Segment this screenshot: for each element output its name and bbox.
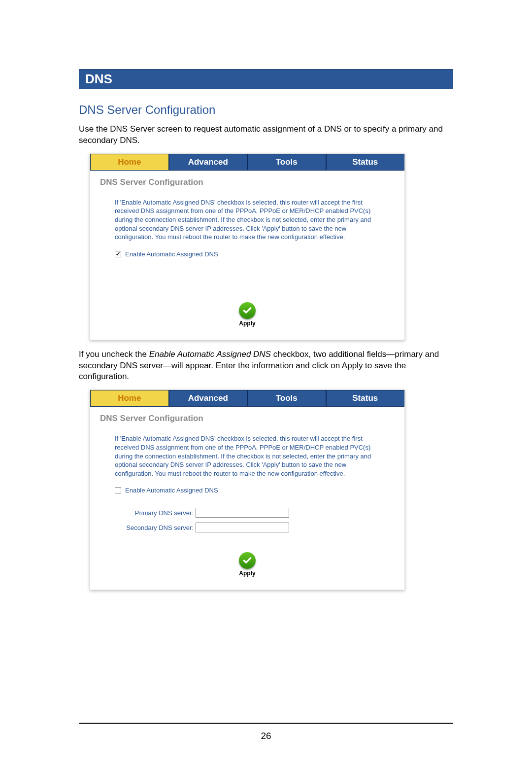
intro-text: Use the DNS Server screen to request aut… xyxy=(79,124,453,146)
tab-home[interactable]: Home xyxy=(90,154,169,171)
panel-description: If 'Enable Automatic Assigned DNS' check… xyxy=(90,189,404,242)
tab-home[interactable]: Home xyxy=(90,390,169,407)
primary-dns-input[interactable] xyxy=(196,508,289,518)
apply-button[interactable]: Apply xyxy=(239,302,256,327)
tab-status[interactable]: Status xyxy=(326,154,405,171)
enable-auto-dns-label: Enable Automatic Assigned DNS xyxy=(125,250,218,258)
checkbox-row: ✔ Enable Automatic Assigned DNS xyxy=(90,242,404,258)
dns-panel-checked: Home Advanced Tools Status DNS Server Co… xyxy=(90,153,405,340)
page-number: 26 xyxy=(0,731,532,741)
tab-bar: Home Advanced Tools Status xyxy=(90,154,404,171)
tab-advanced[interactable]: Advanced xyxy=(169,390,248,407)
mid-text: If you uncheck the Enable Automatic Assi… xyxy=(79,349,453,383)
apply-button[interactable]: Apply xyxy=(239,552,256,577)
enable-auto-dns-checkbox[interactable] xyxy=(115,487,121,493)
tab-bar: Home Advanced Tools Status xyxy=(90,390,404,407)
tab-tools[interactable]: Tools xyxy=(247,154,326,171)
panel-description: If 'Enable Automatic Assigned DNS' check… xyxy=(90,425,404,478)
primary-dns-label: Primary DNS server: xyxy=(105,509,196,517)
check-icon xyxy=(239,302,256,319)
sub-title: DNS Server Configuration xyxy=(79,103,453,117)
apply-label: Apply xyxy=(239,570,255,577)
dns-form: Primary DNS server: Secondary DNS server… xyxy=(90,494,404,532)
mid-text-emphasis: Enable Automatic Assigned DNS xyxy=(149,350,271,359)
apply-label: Apply xyxy=(239,320,255,327)
enable-auto-dns-label: Enable Automatic Assigned DNS xyxy=(125,487,218,494)
checkbox-row: Enable Automatic Assigned DNS xyxy=(90,478,404,494)
dns-panel-unchecked: Home Advanced Tools Status DNS Server Co… xyxy=(90,389,405,590)
secondary-dns-label: Secondary DNS server: xyxy=(105,524,196,531)
footer-rule xyxy=(79,723,453,724)
tab-status[interactable]: Status xyxy=(326,390,405,407)
tab-tools[interactable]: Tools xyxy=(247,390,326,407)
panel-title: DNS Server Configuration xyxy=(90,407,404,425)
enable-auto-dns-checkbox[interactable]: ✔ xyxy=(115,251,121,257)
tab-advanced[interactable]: Advanced xyxy=(169,154,248,171)
secondary-dns-input[interactable] xyxy=(196,523,289,532)
section-bar: DNS xyxy=(79,69,453,89)
panel-title: DNS Server Configuration xyxy=(90,171,404,189)
mid-text-pre: If you uncheck the xyxy=(79,350,149,359)
check-icon xyxy=(239,552,256,569)
